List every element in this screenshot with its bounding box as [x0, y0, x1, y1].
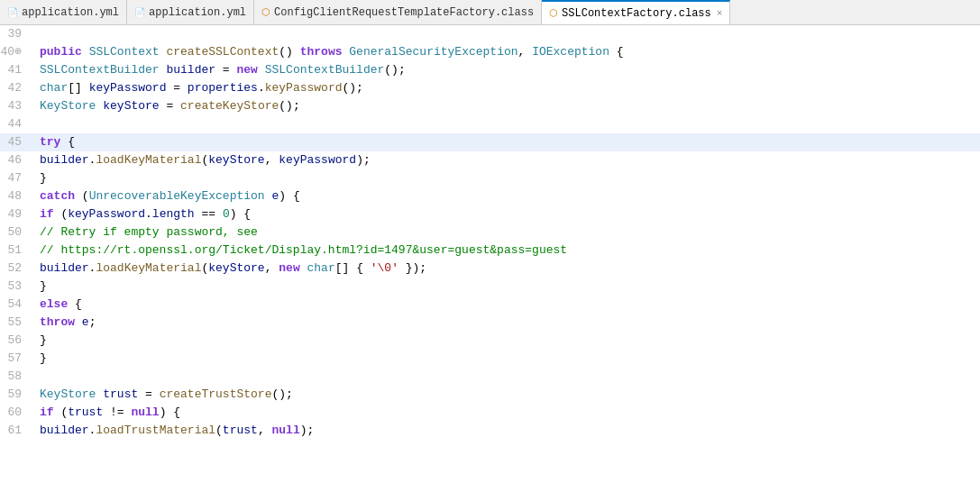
- tab-tab4[interactable]: ⬡SSLContextFactory.class×: [542, 0, 730, 24]
- line-number: 47: [0, 169, 32, 187]
- line-number: 61: [0, 422, 32, 440]
- code-line: 46 builder.loadKeyMaterial(keyStore, key…: [0, 151, 980, 169]
- line-number: 52: [0, 260, 32, 278]
- line-number: 60: [0, 404, 32, 422]
- code-line: 43 KeyStore keyStore = createKeyStore();: [0, 97, 980, 115]
- code-line: 61 builder.loadTrustMaterial(trust, null…: [0, 422, 980, 440]
- line-number: 51: [0, 242, 32, 260]
- code-line: 59 KeyStore trust = createTrustStore();: [0, 386, 980, 404]
- code-line: 54 else {: [0, 296, 980, 314]
- code-line: 55 throw e;: [0, 314, 980, 332]
- line-code: KeyStore trust = createTrustStore();: [32, 386, 980, 404]
- code-line: 49 if (keyPassword.length == 0) {: [0, 205, 980, 223]
- line-code: KeyStore keyStore = createKeyStore();: [32, 97, 980, 115]
- line-number: 41: [0, 61, 32, 79]
- code-line: 40⊕ public SSLContext createSSLContext()…: [0, 43, 980, 61]
- line-number: 54: [0, 296, 32, 314]
- code-line: 58: [0, 368, 980, 386]
- tab-close-button[interactable]: ×: [717, 8, 723, 19]
- line-code: catch (UnrecoverableKeyException e) {: [32, 187, 980, 205]
- line-number: 44: [0, 115, 32, 133]
- tab-label: application.yml: [149, 6, 246, 19]
- line-code: // Retry if empty password, see: [32, 223, 980, 242]
- code-line: 42 char[] keyPassword = properties.keyPa…: [0, 79, 980, 97]
- line-code: [32, 368, 980, 386]
- code-area: 39 40⊕ public SSLContext createSSLContex…: [0, 25, 980, 483]
- line-code: SSLContextBuilder builder = new SSLConte…: [32, 61, 980, 79]
- line-code: builder.loadKeyMaterial(keyStore, new ch…: [32, 260, 980, 278]
- line-number: 59: [0, 386, 32, 404]
- line-code: }: [32, 350, 980, 368]
- line-number: 45: [0, 133, 32, 151]
- line-code: if (keyPassword.length == 0) {: [32, 205, 980, 223]
- code-line: 47 }: [0, 169, 980, 187]
- line-code: [32, 25, 980, 43]
- line-code: }: [32, 332, 980, 350]
- line-code: public SSLContext createSSLContext() thr…: [32, 43, 980, 61]
- line-code: builder.loadKeyMaterial(keyStore, keyPas…: [32, 151, 980, 169]
- line-code: }: [32, 169, 980, 187]
- line-number: 55: [0, 314, 32, 332]
- line-number: 42: [0, 79, 32, 97]
- java-icon: ⬡: [261, 6, 270, 18]
- line-code: }: [32, 278, 980, 296]
- code-line: 50 // Retry if empty password, see: [0, 223, 980, 242]
- line-number: 56: [0, 332, 32, 350]
- code-line: 56 }: [0, 332, 980, 350]
- line-number: 46: [0, 151, 32, 169]
- line-number: 57: [0, 350, 32, 368]
- line-code: if (trust != null) {: [32, 404, 980, 422]
- line-code: char[] keyPassword = properties.keyPassw…: [32, 79, 980, 97]
- line-number: 58: [0, 368, 32, 386]
- java-icon: ⬡: [549, 7, 558, 19]
- tab-bar: 📄application.yml📄application.yml⬡ConfigC…: [0, 0, 980, 25]
- code-line: 39: [0, 25, 980, 43]
- line-number: 40⊕: [0, 43, 32, 61]
- line-number: 53: [0, 278, 32, 296]
- line-code: builder.loadTrustMaterial(trust, null);: [32, 422, 980, 440]
- tab-label: SSLContextFactory.class: [562, 7, 711, 20]
- code-lines: 39 40⊕ public SSLContext createSSLContex…: [0, 25, 980, 483]
- code-line: 52 builder.loadKeyMaterial(keyStore, new…: [0, 260, 980, 278]
- code-line: 41 SSLContextBuilder builder = new SSLCo…: [0, 61, 980, 79]
- tab-tab1[interactable]: 📄application.yml: [0, 0, 127, 24]
- tab-label: application.yml: [22, 6, 119, 19]
- line-code: throw e;: [32, 314, 980, 332]
- line-code: else {: [32, 296, 980, 314]
- yml-icon: 📄: [7, 7, 18, 18]
- line-number: 39: [0, 25, 32, 43]
- line-number: 49: [0, 205, 32, 223]
- code-line: 48 catch (UnrecoverableKeyException e) {: [0, 187, 980, 205]
- yml-icon: 📄: [134, 7, 145, 18]
- code-line: 57 }: [0, 350, 980, 368]
- line-number: 48: [0, 187, 32, 205]
- tab-label: ConfigClientRequestTemplateFactory.class: [274, 6, 534, 19]
- line-number: 43: [0, 97, 32, 115]
- code-line: 51 // https://rt.openssl.org/Ticket/Disp…: [0, 242, 980, 260]
- line-number: 50: [0, 223, 32, 242]
- line-code: // https://rt.openssl.org/Ticket/Display…: [32, 242, 980, 260]
- line-code: try {: [32, 133, 980, 151]
- code-line: 45 try {: [0, 133, 980, 151]
- code-line: 44: [0, 115, 980, 133]
- tab-tab3[interactable]: ⬡ConfigClientRequestTemplateFactory.clas…: [254, 0, 542, 24]
- tab-tab2[interactable]: 📄application.yml: [127, 0, 254, 24]
- line-code: [32, 115, 980, 133]
- code-line: 53 }: [0, 278, 980, 296]
- code-line: 60 if (trust != null) {: [0, 404, 980, 422]
